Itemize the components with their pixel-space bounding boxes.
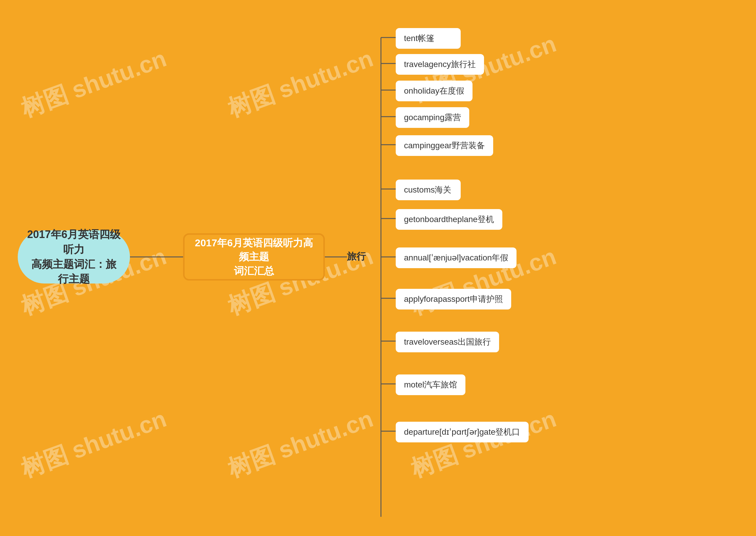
main-topic-label: 2017年6月英语四级听力高频主题词汇汇总 — [192, 236, 316, 278]
branch-node-2: travelagency旅行社 — [396, 54, 484, 75]
branch-label-3: onholiday在度假 — [404, 86, 464, 95]
branch-node-1: tent帐篷 — [396, 28, 461, 49]
branch-label-8: annual[ˈænjuəl]vacation年假 — [404, 253, 508, 262]
watermark-2: 树图 shutu.cn — [223, 43, 378, 125]
branch-node-7: getonboardtheplane登机 — [396, 209, 502, 230]
branch-label-4: gocamping露营 — [404, 113, 461, 122]
branch-label-6: customs海关 — [404, 185, 451, 194]
branch-label-11: motel汽车旅馆 — [404, 380, 457, 389]
watermark-7: 树图 shutu.cn — [17, 403, 171, 485]
branch-label-12: departure[dɪˈpɑrtʃər]gate登机口 — [404, 427, 520, 436]
mind-map: 树图 shutu.cn 树图 shutu.cn 树图 shutu.cn 树图 s… — [0, 0, 756, 536]
branch-node-8: annual[ˈænjuəl]vacation年假 — [396, 248, 516, 268]
branch-label-1: tent帐篷 — [404, 34, 434, 43]
branch-label-7: getonboardtheplane登机 — [404, 215, 494, 224]
watermark-9: 树图 shutu.cn — [407, 403, 561, 485]
watermark-1: 树图 shutu.cn — [17, 43, 171, 125]
category-label: 旅行 — [347, 250, 366, 263]
branch-node-11: motel汽车旅馆 — [396, 375, 465, 395]
branch-node-5: campinggear野营装备 — [396, 135, 493, 156]
branch-label-5: campinggear野营装备 — [404, 141, 485, 150]
root-node-label: 2017年6月英语四级听力高频主题词汇：旅行主题 — [27, 227, 121, 287]
branch-node-9: applyforapassport申请护照 — [396, 289, 511, 310]
main-topic-node: 2017年6月英语四级听力高频主题词汇汇总 — [183, 233, 325, 281]
root-node: 2017年6月英语四级听力高频主题词汇：旅行主题 — [18, 230, 130, 284]
branch-node-3: onholiday在度假 — [396, 81, 473, 101]
branch-node-4: gocamping露营 — [396, 107, 469, 128]
branch-node-10: traveloverseas出国旅行 — [396, 332, 499, 352]
branch-label-9: applyforapassport申请护照 — [404, 294, 503, 304]
watermark-8: 树图 shutu.cn — [223, 403, 378, 485]
branch-label-2: travelagency旅行社 — [404, 60, 476, 69]
branch-label-10: traveloverseas出国旅行 — [404, 337, 491, 347]
branch-node-6: customs海关 — [396, 180, 461, 200]
branch-node-12: departure[dɪˈpɑrtʃər]gate登机口 — [396, 422, 529, 442]
